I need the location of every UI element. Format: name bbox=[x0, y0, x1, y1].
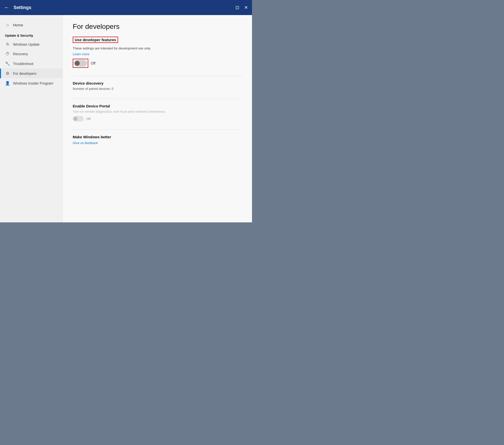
device-discovery-heading: Device discovery bbox=[73, 81, 242, 85]
sidebar-section-title: Update & Security bbox=[0, 30, 62, 39]
sidebar-item-label: Troubleshoot bbox=[13, 62, 33, 66]
use-developer-toggle-row: Off bbox=[73, 59, 242, 68]
divider-1 bbox=[73, 76, 242, 76]
sidebar-item-home[interactable]: ⌂ Home bbox=[0, 20, 62, 30]
snap-icon[interactable]: ⊡ bbox=[235, 5, 239, 10]
sidebar-item-label: Windows Insider Program bbox=[13, 81, 53, 85]
page-title: For developers bbox=[73, 23, 242, 31]
sidebar-item-label: For developers bbox=[13, 72, 36, 76]
title-bar: ← Settings ⊡ ✕ bbox=[0, 0, 252, 15]
windows-insider-icon: 👤 bbox=[5, 81, 10, 86]
toggle-simple-knob bbox=[73, 117, 77, 121]
sidebar-item-label: Windows Update bbox=[13, 42, 40, 46]
sidebar-home-label: Home bbox=[13, 23, 23, 27]
use-developer-toggle-wrap bbox=[73, 59, 88, 68]
divider-2 bbox=[73, 99, 242, 99]
use-developer-desc: These settings are intended for developm… bbox=[73, 46, 242, 50]
sidebar-item-windows-update[interactable]: ↻ Windows Update bbox=[0, 39, 62, 49]
learn-more-link[interactable]: Learn more bbox=[73, 52, 89, 56]
main-window: ⌂ Home Update & Security ↻ Windows Updat… bbox=[0, 15, 252, 222]
device-portal-toggle-label: Off bbox=[86, 117, 91, 121]
app-title: Settings bbox=[14, 5, 31, 10]
recovery-icon: ⏱ bbox=[5, 52, 10, 56]
sidebar-item-windows-insider[interactable]: 👤 Windows Insider Program bbox=[0, 78, 62, 88]
device-portal-desc: Turn on remote diagnostics over local ar… bbox=[73, 110, 242, 113]
use-developer-section: Use developer features These settings ar… bbox=[73, 37, 242, 68]
device-portal-section: Enable Device Portal Turn on remote diag… bbox=[73, 104, 242, 121]
sidebar: ⌂ Home Update & Security ↻ Windows Updat… bbox=[0, 15, 63, 222]
make-windows-better-heading: Make Windows better bbox=[73, 135, 242, 139]
device-portal-toggle[interactable] bbox=[73, 116, 84, 121]
give-feedback-link[interactable]: Give us feedback bbox=[73, 141, 98, 145]
make-windows-better-section: Make Windows better Give us feedback bbox=[73, 135, 242, 145]
device-discovery-section: Device discovery Number of paired device… bbox=[73, 81, 242, 91]
for-developers-icon: ⚙ bbox=[5, 71, 10, 76]
use-developer-toggle[interactable] bbox=[74, 60, 87, 67]
window-controls: ⊡ ✕ bbox=[235, 5, 248, 10]
content-area: For developers Use developer features Th… bbox=[63, 15, 252, 222]
divider-3 bbox=[73, 130, 242, 130]
sidebar-item-troubleshoot[interactable]: 🔧 Troubleshoot bbox=[0, 59, 62, 69]
sidebar-item-label: Recovery bbox=[13, 52, 28, 56]
use-developer-heading: Use developer features bbox=[73, 37, 118, 43]
sidebar-item-for-developers[interactable]: ⚙ For developers bbox=[0, 69, 62, 78]
sidebar-item-recovery[interactable]: ⏱ Recovery bbox=[0, 49, 62, 59]
troubleshoot-icon: 🔧 bbox=[5, 61, 10, 66]
use-developer-toggle-label: Off bbox=[91, 61, 95, 65]
paired-devices-count: Number of paired devices: 0 bbox=[73, 87, 242, 91]
back-button[interactable]: ← bbox=[4, 4, 10, 11]
close-button[interactable]: ✕ bbox=[244, 5, 248, 10]
device-portal-toggle-row: Off bbox=[73, 116, 242, 121]
home-icon: ⌂ bbox=[5, 23, 10, 27]
device-portal-heading: Enable Device Portal bbox=[73, 104, 242, 108]
windows-update-icon: ↻ bbox=[5, 42, 10, 47]
toggle-knob bbox=[75, 61, 80, 66]
